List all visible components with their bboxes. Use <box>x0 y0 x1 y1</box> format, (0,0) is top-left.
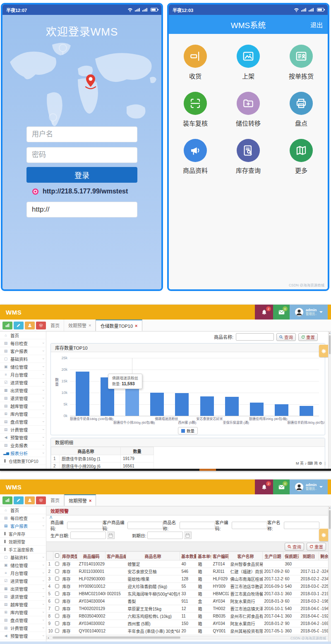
bar-圣保乐保温袋 (通)[interactable] <box>200 396 214 416</box>
sidebar-subitem-效期预警[interactable]: 效期预警 <box>0 538 46 546</box>
calendar-icon[interactable] <box>107 532 115 539</box>
user-tool-button[interactable] <box>25 496 35 504</box>
sidebar-subitem-客户库存[interactable]: 客户库存 <box>0 530 46 538</box>
edit-tool-button[interactable] <box>14 322 24 329</box>
row-checkbox[interactable] <box>55 621 59 625</box>
tab-首页[interactable]: 首页 <box>46 320 64 331</box>
legend-item[interactable]: 数量 <box>178 427 198 434</box>
sidebar-item-盘点管理[interactable]: ▤盘点管理› <box>0 418 46 426</box>
sidebar-item-月台管理[interactable]: ≡月台管理› <box>0 569 46 577</box>
logout-button[interactable]: 退出 <box>310 20 323 29</box>
bar-西州蜜 (5颗)[interactable] <box>150 393 164 416</box>
sidebar-item-首页[interactable]: ⌂首页 <box>0 506 46 514</box>
notifications-button[interactable]: 2 <box>255 479 273 494</box>
sidebar-item-基础资料[interactable]: ▢基础资料› <box>0 355 46 363</box>
sidebar-item-储位管理[interactable]: ▣储位管理› <box>0 363 46 371</box>
filter-input-0[interactable] <box>67 522 103 529</box>
sidebar-item-计费管理[interactable]: ▤计费管理› <box>0 624 46 632</box>
reset-button[interactable]: 重置 <box>307 543 326 551</box>
sidebar-item-退货管理[interactable]: ▤退货管理› <box>0 394 46 402</box>
username-input[interactable] <box>26 126 137 142</box>
app-item[interactable]: 盘点 <box>275 92 328 127</box>
row-checkbox[interactable] <box>55 599 59 603</box>
table-row[interactable]: 1库存ZT014010029螃蟹足40箱ZT014泉州智泰食品贸易有限360 <box>47 561 331 568</box>
chart-tool-button[interactable] <box>2 322 12 329</box>
sidebar-subitem-仓储数量TOP10[interactable]: 仓储数量TOP10 <box>0 457 46 465</box>
row-checkbox[interactable] <box>55 606 59 611</box>
login-button[interactable]: 登录 <box>26 167 137 183</box>
bar-厨唐佳羊奶排260g (60包/箱)[interactable] <box>250 403 264 416</box>
settings-tool-button[interactable] <box>36 496 46 504</box>
settings-flyout-button[interactable] <box>319 345 328 357</box>
tab-close-icon[interactable]: × <box>89 323 91 328</box>
sidebar-item-业务报表[interactable]: ▤业务报表› <box>0 441 46 449</box>
date-filter-input-0[interactable] <box>70 532 106 539</box>
table-row[interactable]: 9库存AY034030002西州蜜 (5颗)150箱AY034阿友水果商行201… <box>47 620 331 627</box>
product-name-input[interactable] <box>236 333 274 341</box>
scrollbar-horizontal[interactable]: ◂ <box>46 636 331 639</box>
sidebar-item-进货管理[interactable]: ☑进货管理› <box>0 379 46 386</box>
calendar-icon[interactable] <box>184 532 192 539</box>
sidebar-item-预警管理[interactable]: ◀预警管理› <box>0 632 46 640</box>
sidebar-item-越库管理[interactable]: ▤越库管理› <box>0 601 46 608</box>
row-checkbox[interactable] <box>55 629 59 633</box>
chart-tool-button[interactable] <box>2 496 12 504</box>
table-row[interactable]: 5库存HBMC0210400201002015东风海阔味牛柳(500g*40包/… <box>47 590 331 598</box>
sidebar-item-出货管理[interactable]: ▦出货管理› <box>0 386 46 394</box>
date-filter-input-1[interactable] <box>147 532 183 539</box>
table-row[interactable]: 4库存HY009010012迎大珍珠香韵醋 (5kg)55箱HY009晋江市池店… <box>47 583 331 590</box>
settings-flyout-button[interactable] <box>319 529 328 541</box>
table-row[interactable]: 7库存TH002020129草原蒙王龙骨15kg12箱TH002晋江市池店镇天泽… <box>47 605 331 613</box>
bar-厨唐佳牛奶条160g (100包/箱)[interactable] <box>76 372 89 416</box>
sidebar-subitem-手工温度报表[interactable]: 手工温度报表 <box>0 546 46 553</box>
server-url-input[interactable] <box>26 202 137 217</box>
user-menu[interactable]: admin 管理员.. <box>290 479 328 494</box>
app-item[interactable]: 商品资料 <box>169 139 222 174</box>
filter-input-4[interactable] <box>284 522 319 529</box>
sidebar-item-基础资料[interactable]: ▢基础资料› <box>0 553 46 561</box>
table-row[interactable]: 10库存QY001040012丰年食品 (串烧小串) 30支*6串20箱QY00… <box>47 627 331 635</box>
table-row[interactable]: 3库存HLF029030001驱蚊枝/橡果128箱HLF029佛山市南海区桂城昕… <box>47 575 331 583</box>
sidebar-item-首页[interactable]: ⌂首页 <box>0 332 46 339</box>
bar-通板盐菜锅 (18入/箱)[interactable] <box>300 406 313 416</box>
notifications-button[interactable]: 2 <box>255 305 273 320</box>
messages-button[interactable]: 0 <box>273 479 290 494</box>
table-row[interactable]: 2库存RJ011030001安芯食旅交旦柚546箱RJ011仁建（福建）商贸有限… <box>47 568 331 575</box>
app-item[interactable]: 上架 <box>222 45 275 80</box>
table-row[interactable]: 6库存AY034030004香梨911盒AY034阿友水果商行2018-01-3… <box>47 598 331 605</box>
filter-input-1[interactable] <box>127 522 163 529</box>
select-all-checkbox[interactable] <box>55 553 59 558</box>
query-button[interactable]: 查询 <box>285 543 304 551</box>
sidebar-item-客户报表[interactable]: ▤客户报表› <box>0 522 46 530</box>
user-tool-button[interactable] <box>25 322 35 329</box>
sidebar-item-进货管理[interactable]: ☑进货管理› <box>0 577 46 585</box>
radio-selected-icon[interactable] <box>32 188 38 195</box>
table-row[interactable]: 8库存RB035040002六和冻鸡翅松骨L (10kg)11箱RB035泉州市… <box>47 613 331 620</box>
bar-厨唐佳鸡排200g (80包/箱)[interactable] <box>225 397 239 416</box>
sidebar-item-预警管理[interactable]: ◀预警管理› <box>0 434 46 441</box>
tab-效期预警[interactable]: 效期预警× <box>64 320 96 331</box>
sidebar-item-库内管理[interactable]: ⊞库内管理› <box>0 608 46 616</box>
sidebar-item-报表分析[interactable]: ▂▅报表分析› <box>0 449 46 457</box>
tab-仓储数量TOP10[interactable]: 仓储数量TOP10× <box>96 320 142 331</box>
app-item[interactable]: 库存查询 <box>222 139 275 174</box>
messages-button[interactable]: 0 <box>273 305 290 320</box>
bar-佛跳墙迷迭粉丝[interactable] <box>125 389 139 416</box>
row-checkbox[interactable] <box>55 614 59 618</box>
sidebar-item-计费管理[interactable]: ▤计费管理› <box>0 426 46 434</box>
filter-input-2[interactable] <box>180 522 215 529</box>
sidebar-item-客户报表[interactable]: ▤客户报表› <box>0 347 46 355</box>
reset-button[interactable]: 重置 <box>298 333 318 341</box>
scrollbar-vertical[interactable]: ▲ <box>328 506 331 642</box>
row-checkbox[interactable] <box>55 584 59 588</box>
query-button[interactable]: 查询 <box>276 333 296 341</box>
settings-tool-button[interactable] <box>36 322 46 329</box>
tab-首页[interactable]: 首页 <box>46 494 64 506</box>
app-item[interactable]: 更多 <box>275 139 328 174</box>
app-item[interactable]: 按单拣货 <box>275 45 328 80</box>
password-input[interactable] <box>26 147 137 163</box>
sidebar-item-库内管理[interactable]: ⊞库内管理› <box>0 410 46 418</box>
edit-tool-button[interactable] <box>14 496 24 504</box>
server-radio-row[interactable]: http://218.5.177.99/wmstest <box>32 188 128 195</box>
sidebar-item-每日检查[interactable]: ▤每日检查› <box>0 514 46 522</box>
